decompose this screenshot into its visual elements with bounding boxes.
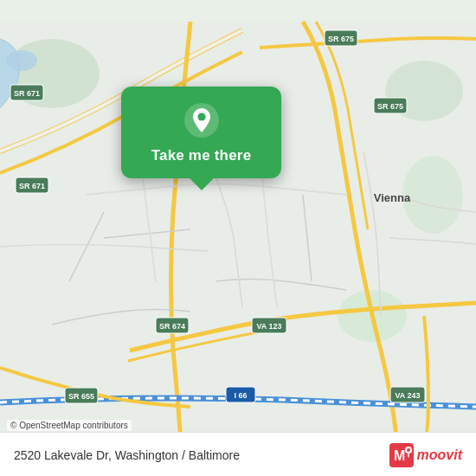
svg-text:SR 675: SR 675 (328, 35, 354, 43)
svg-point-30 (407, 448, 410, 452)
svg-text:I 66: I 66 (234, 391, 247, 400)
moovit-logo: M moovit (389, 443, 462, 467)
bottom-bar: 2520 Lakevale Dr, Washington / Baltimore… (0, 432, 476, 476)
osm-attribution: © OpenStreetMap contributors (7, 420, 132, 431)
svg-point-5 (6, 50, 37, 71)
take-me-there-label: Take me there (151, 147, 252, 164)
svg-text:SR 674: SR 674 (159, 322, 185, 331)
moovit-brand-text: moovit (417, 447, 462, 463)
svg-text:M: M (394, 448, 405, 463)
address-label: 2520 Lakevale Dr, Washington / Baltimore (14, 448, 240, 462)
navigation-popup[interactable]: Take me there (121, 87, 281, 178)
svg-point-26 (197, 113, 205, 121)
svg-text:Vienna: Vienna (374, 191, 411, 204)
location-pin-icon (183, 102, 220, 138)
svg-text:SR 671: SR 671 (19, 182, 45, 190)
svg-text:VA 123: VA 123 (256, 322, 281, 331)
svg-text:SR 655: SR 655 (68, 392, 94, 401)
map-container: SR 675 SR 675 SR 671 SR 671 SR 674 VA 12… (0, 0, 476, 476)
svg-point-3 (402, 156, 463, 234)
svg-text:SR 671: SR 671 (14, 89, 40, 98)
svg-text:VA 243: VA 243 (395, 391, 420, 400)
svg-text:SR 675: SR 675 (377, 102, 403, 111)
moovit-logo-icon: M (389, 443, 414, 467)
map-background: SR 675 SR 675 SR 671 SR 671 SR 674 VA 12… (0, 0, 476, 476)
